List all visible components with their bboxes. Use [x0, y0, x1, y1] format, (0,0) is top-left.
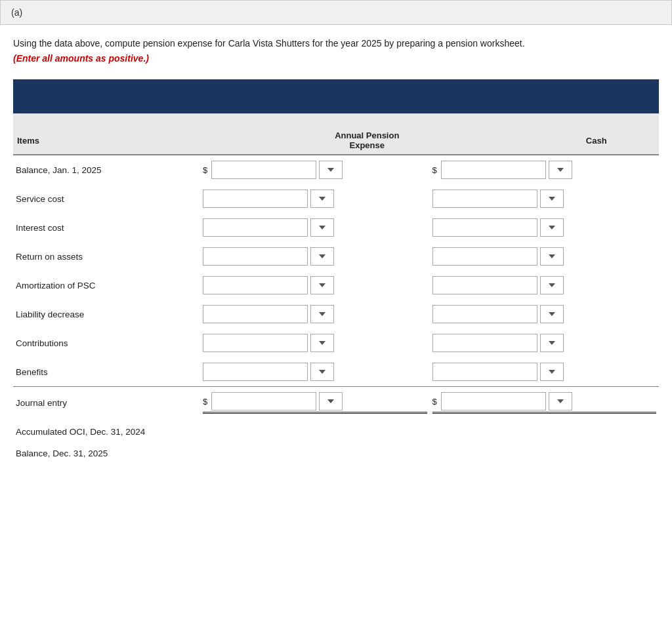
row-accumulated-oci: Accumulated OCI, Dec. 31, 2024	[13, 419, 659, 442]
expense-cell-interest-cost: DrCr	[200, 213, 430, 242]
cash-input-liability-decrease[interactable]	[432, 305, 537, 323]
cash-cell-journal-entry: $ DrCr	[430, 387, 660, 420]
label-service-cost: Service cost	[13, 184, 200, 213]
cash-cell-liability-decrease: DrCr	[430, 300, 660, 329]
cash-cell-amortization-psc: DrCr	[430, 271, 660, 300]
expense-input-service-cost[interactable]	[203, 190, 308, 208]
label-return-on-assets: Return on assets	[13, 242, 200, 271]
cash-input-journal-entry[interactable]	[441, 392, 546, 411]
row-journal-entry: Journal entry $ DrCr $ DrCr	[13, 387, 659, 420]
subheader-bar	[13, 113, 659, 125]
expense-dollar-balance-jan: $ DrCr	[200, 155, 430, 184]
expense-dropdown-journal-entry[interactable]: DrCr	[319, 392, 343, 411]
expense-cell-return-on-assets: DrCr	[200, 242, 430, 271]
expense-dropdown-interest-cost[interactable]: DrCr	[310, 218, 334, 237]
column-headers: Items Annual Pension Expense Cash	[13, 125, 659, 155]
expense-input-liability-decrease[interactable]	[203, 305, 308, 323]
expense-dropdown-liability-decrease[interactable]: DrCr	[310, 305, 334, 323]
intro-text: Using the data above, compute pension ex…	[13, 37, 659, 50]
label-journal-entry: Journal entry	[13, 387, 200, 420]
row-balance-dec: Balance, Dec. 31, 2025	[13, 442, 659, 464]
cash-dropdown-contributions[interactable]: DrCr	[540, 334, 564, 352]
row-amortization-psc: Amortization of PSC DrCr DrCr	[13, 271, 659, 300]
label-balance-dec: Balance, Dec. 31, 2025	[13, 442, 200, 464]
expense-dropdown-amortization-psc[interactable]: DrCr	[310, 276, 334, 294]
expense-cell-balance-dec	[200, 442, 430, 464]
expense-dropdown-benefits[interactable]: DrCr	[310, 363, 334, 381]
row-service-cost: Service cost DrCr DrCr	[13, 184, 659, 213]
expense-input-journal-entry[interactable]	[211, 392, 316, 411]
cash-dropdown-journal-entry[interactable]: DrCr	[549, 392, 572, 411]
expense-cell-service-cost: DrCr	[200, 184, 430, 213]
expense-dropdown-balance-jan[interactable]: DrCr	[319, 161, 343, 179]
expense-input-interest-cost[interactable]	[203, 218, 308, 237]
col-expense-line2: Expense	[350, 140, 385, 150]
cash-dropdown-return-on-assets[interactable]: DrCr	[540, 247, 564, 266]
label-balance-jan: Balance, Jan. 1, 2025	[13, 155, 200, 184]
cash-cell-interest-cost: DrCr	[430, 213, 660, 242]
row-return-on-assets: Return on assets DrCr DrCr	[13, 242, 659, 271]
cash-dropdown-service-cost[interactable]: DrCr	[540, 190, 564, 208]
expense-input-contributions[interactable]	[203, 334, 308, 352]
intro-block: Using the data above, compute pension ex…	[0, 25, 672, 70]
expense-cell-amortization-psc: DrCr	[200, 271, 430, 300]
row-liability-decrease: Liability decrease DrCr DrCr	[13, 300, 659, 329]
header-bar	[13, 79, 659, 113]
page-wrapper: (a) Using the data above, compute pensio…	[0, 0, 672, 477]
cash-cell-balance-dec	[430, 442, 660, 464]
cash-cell-benefits: DrCr	[430, 357, 660, 387]
row-contributions: Contributions DrCr DrCr	[13, 329, 659, 357]
cash-cell-accumulated-oci	[430, 419, 660, 442]
cash-cell-service-cost: DrCr	[430, 184, 660, 213]
row-benefits: Benefits DrCr DrCr	[13, 357, 659, 387]
cash-input-benefits[interactable]	[432, 363, 537, 381]
cash-input-interest-cost[interactable]	[432, 218, 537, 237]
expense-cell-accumulated-oci	[200, 419, 430, 442]
expense-dropdown-service-cost[interactable]: DrCr	[310, 190, 334, 208]
row-interest-cost: Interest cost DrCr DrCr	[13, 213, 659, 242]
cash-input-amortization-psc[interactable]	[432, 276, 537, 294]
cash-dropdown-liability-decrease[interactable]: DrCr	[540, 305, 564, 323]
cash-input-return-on-assets[interactable]	[432, 247, 537, 266]
expense-cell-contributions: DrCr	[200, 329, 430, 357]
expense-dropdown-return-on-assets[interactable]: DrCr	[310, 247, 334, 266]
cash-cell-contributions: DrCr	[430, 329, 660, 357]
cash-dropdown-balance-jan[interactable]: DrCr	[549, 161, 572, 179]
section-a-text: (a)	[11, 7, 22, 18]
expense-dropdown-contributions[interactable]: DrCr	[310, 334, 334, 352]
cash-input-balance-jan[interactable]	[441, 161, 546, 179]
expense-cell-journal-entry: $ DrCr	[200, 387, 430, 420]
col-expense-line1: Annual Pension	[335, 130, 399, 140]
col-items-header: Items	[13, 125, 200, 155]
expense-input-return-on-assets[interactable]	[203, 247, 308, 266]
col-cash-header: Cash	[534, 125, 660, 155]
expense-input-balance-jan[interactable]	[211, 161, 316, 179]
label-benefits: Benefits	[13, 357, 200, 387]
row-balance-jan: Balance, Jan. 1, 2025 $ DrCr $ DrCr	[13, 155, 659, 184]
cash-dropdown-amortization-psc[interactable]: DrCr	[540, 276, 564, 294]
label-interest-cost: Interest cost	[13, 213, 200, 242]
cash-input-service-cost[interactable]	[432, 190, 537, 208]
expense-input-benefits[interactable]	[203, 363, 308, 381]
expense-input-amortization-psc[interactable]	[203, 276, 308, 294]
cash-dollar-balance-jan: $ DrCr	[430, 155, 660, 184]
cash-cell-return-on-assets: DrCr	[430, 242, 660, 271]
table-wrapper: Items Annual Pension Expense Cash Balanc…	[0, 79, 672, 477]
cash-dropdown-interest-cost[interactable]: DrCr	[540, 218, 564, 237]
expense-cell-liability-decrease: DrCr	[200, 300, 430, 329]
label-amortization-psc: Amortization of PSC	[13, 271, 200, 300]
expense-cell-benefits: DrCr	[200, 357, 430, 387]
label-accumulated-oci: Accumulated OCI, Dec. 31, 2024	[13, 419, 200, 442]
intro-instruction: (Enter all amounts as positive.)	[13, 53, 659, 64]
cash-dropdown-benefits[interactable]: DrCr	[540, 363, 564, 381]
label-liability-decrease: Liability decrease	[13, 300, 200, 329]
col-expense-header: Annual Pension Expense	[200, 125, 534, 155]
label-contributions: Contributions	[13, 329, 200, 357]
data-table: Balance, Jan. 1, 2025 $ DrCr $ DrCr	[13, 155, 659, 464]
section-label: (a)	[0, 0, 672, 25]
cash-input-contributions[interactable]	[432, 334, 537, 352]
